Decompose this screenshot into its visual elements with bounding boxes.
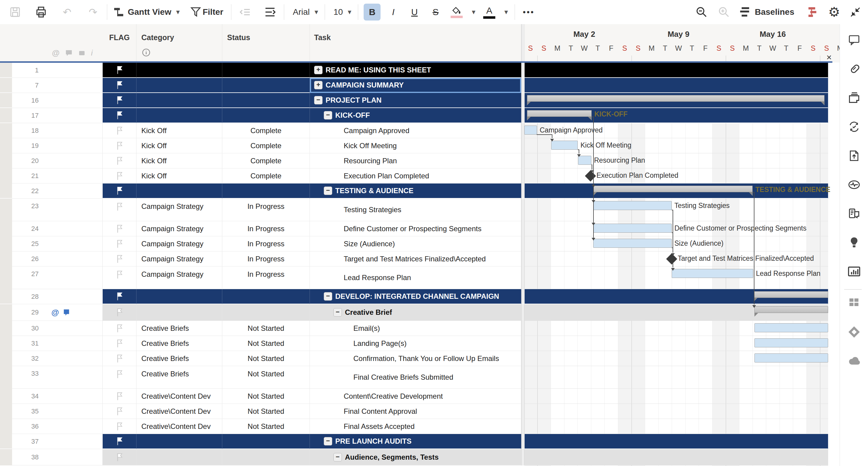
- chevron-down-icon[interactable]: ▼: [470, 9, 476, 16]
- grid-gantt-divider[interactable]: [521, 289, 525, 304]
- row-number-cell[interactable]: 18: [12, 123, 103, 138]
- row-number-cell[interactable]: 22: [12, 184, 103, 199]
- status-cell[interactable]: Not Started: [222, 321, 310, 336]
- publish-icon[interactable]: [847, 148, 861, 163]
- timeline-day-letter[interactable]: S: [726, 43, 739, 54]
- grid-gantt-divider[interactable]: [521, 63, 525, 78]
- zoom-in-button[interactable]: [715, 4, 733, 21]
- timeline-day-letter[interactable]: S: [537, 43, 551, 54]
- category-cell[interactable]: Creative Briefs: [136, 321, 222, 336]
- status-cell[interactable]: Not Started: [222, 404, 310, 419]
- category-cell[interactable]: [136, 93, 222, 108]
- status-cell[interactable]: Not Started: [222, 389, 310, 404]
- task-cell[interactable]: Final Content Approval: [310, 404, 521, 419]
- flag-cell[interactable]: [103, 138, 136, 153]
- dashboards-icon[interactable]: [847, 264, 861, 279]
- gantt-bar-task[interactable]: [551, 141, 578, 150]
- category-cell[interactable]: Creative\Content Dev: [136, 389, 222, 404]
- grid-gantt-divider[interactable]: [521, 252, 525, 266]
- status-cell[interactable]: [222, 304, 310, 321]
- category-cell[interactable]: [136, 434, 222, 449]
- category-cell[interactable]: [136, 108, 222, 123]
- category-cell[interactable]: [136, 184, 222, 199]
- gantt-bar-task[interactable]: [593, 201, 672, 210]
- status-cell[interactable]: [222, 108, 310, 123]
- flag-cell[interactable]: [103, 389, 136, 404]
- print-button[interactable]: [33, 4, 50, 21]
- category-cell[interactable]: Kick Off: [136, 138, 222, 153]
- proofs-icon[interactable]: [847, 91, 861, 105]
- collapse-icon[interactable]: −: [334, 308, 342, 317]
- comments-icon[interactable]: [847, 33, 861, 47]
- gantt-milestone[interactable]: [666, 254, 677, 265]
- row-number-cell[interactable]: 23: [12, 199, 103, 221]
- category-cell[interactable]: [136, 63, 222, 78]
- flag-cell[interactable]: [103, 266, 136, 289]
- category-cell[interactable]: [136, 449, 222, 465]
- timeline-day-letter[interactable]: M: [645, 43, 658, 54]
- grid-gantt-divider[interactable]: [521, 389, 525, 404]
- italic-button[interactable]: I: [385, 4, 402, 21]
- grid-gantt-divider[interactable]: [521, 93, 525, 108]
- row-number-cell[interactable]: 26: [12, 252, 103, 266]
- task-cell[interactable]: −PRE LAUNCH AUDITS: [310, 434, 521, 449]
- timeline-day-letter[interactable]: T: [685, 43, 699, 54]
- grid-gantt-divider[interactable]: [521, 168, 525, 184]
- save-button[interactable]: [7, 4, 24, 21]
- category-cell[interactable]: Creative Briefs: [136, 336, 222, 351]
- column-header-flag[interactable]: FLAG: [103, 24, 136, 63]
- timeline-day-letter[interactable]: M: [739, 43, 753, 54]
- gantt-bar-task[interactable]: [754, 323, 828, 332]
- status-cell[interactable]: Not Started: [222, 366, 310, 389]
- flag-cell[interactable]: [103, 419, 136, 434]
- timeline-day-letter[interactable]: T: [591, 43, 604, 54]
- outdent-button[interactable]: [237, 4, 254, 21]
- category-cell[interactable]: Creative\Content Dev: [136, 404, 222, 419]
- task-cell[interactable]: Execution Plan Completed: [310, 168, 521, 184]
- timeline-day-letter[interactable]: W: [766, 43, 779, 54]
- task-cell[interactable]: Campaign Approved: [310, 123, 521, 138]
- timeline-day-letter[interactable]: S: [618, 43, 631, 54]
- status-cell[interactable]: [222, 63, 310, 78]
- status-cell[interactable]: Complete: [222, 123, 310, 138]
- mention-icon[interactable]: @: [51, 308, 59, 317]
- task-cell[interactable]: Content\Creative Development: [310, 389, 521, 404]
- status-cell[interactable]: Complete: [222, 138, 310, 153]
- grid-gantt-divider[interactable]: [521, 78, 525, 93]
- update-requests-icon[interactable]: [847, 120, 861, 134]
- flag-cell[interactable]: [103, 252, 136, 266]
- font-size-select[interactable]: 10 ▼: [331, 4, 352, 21]
- task-cell[interactable]: Size (Audience): [310, 236, 521, 252]
- collapse-icon[interactable]: −: [324, 437, 332, 445]
- grid-gantt-divider[interactable]: [521, 434, 525, 449]
- grid-gantt-divider[interactable]: [521, 336, 525, 351]
- status-cell[interactable]: Not Started: [222, 419, 310, 434]
- status-cell[interactable]: [222, 78, 310, 93]
- apps-shape-icon[interactable]: [847, 325, 861, 339]
- row-number-cell[interactable]: 38: [12, 449, 103, 465]
- grid-gantt-divider[interactable]: [521, 321, 525, 336]
- collapse-icon[interactable]: −: [324, 187, 332, 195]
- flag-cell[interactable]: [103, 199, 136, 221]
- task-cell[interactable]: Final Creative Briefs Submitted: [310, 366, 521, 389]
- text-color-button[interactable]: A: [481, 4, 498, 21]
- flag-cell[interactable]: [103, 289, 136, 304]
- task-cell[interactable]: +READ ME: USING THIS SHEET: [310, 63, 521, 78]
- status-cell[interactable]: In Progress: [222, 266, 310, 289]
- filter-button[interactable]: Filter: [190, 4, 226, 21]
- gantt-bar-task[interactable]: [578, 156, 591, 165]
- grid-gantt-divider[interactable]: [521, 236, 525, 252]
- row-number-cell[interactable]: 17: [12, 108, 103, 123]
- info-circle-icon[interactable]: [142, 48, 150, 57]
- grid-gantt-divider[interactable]: [521, 351, 525, 366]
- grid-gantt-divider[interactable]: [521, 266, 525, 289]
- grid-gantt-divider[interactable]: [521, 404, 525, 419]
- task-cell[interactable]: Define Customer or Prospecting Segments: [310, 221, 521, 236]
- critical-path-button[interactable]: [803, 4, 820, 21]
- column-header-task[interactable]: Task: [310, 24, 521, 63]
- category-cell[interactable]: Campaign Strategy: [136, 221, 222, 236]
- expand-icon[interactable]: +: [314, 81, 322, 89]
- view-selector[interactable]: Gantt View ▼: [113, 4, 181, 21]
- grid-gantt-divider[interactable]: [521, 108, 525, 123]
- row-number-cell[interactable]: 33: [12, 366, 103, 389]
